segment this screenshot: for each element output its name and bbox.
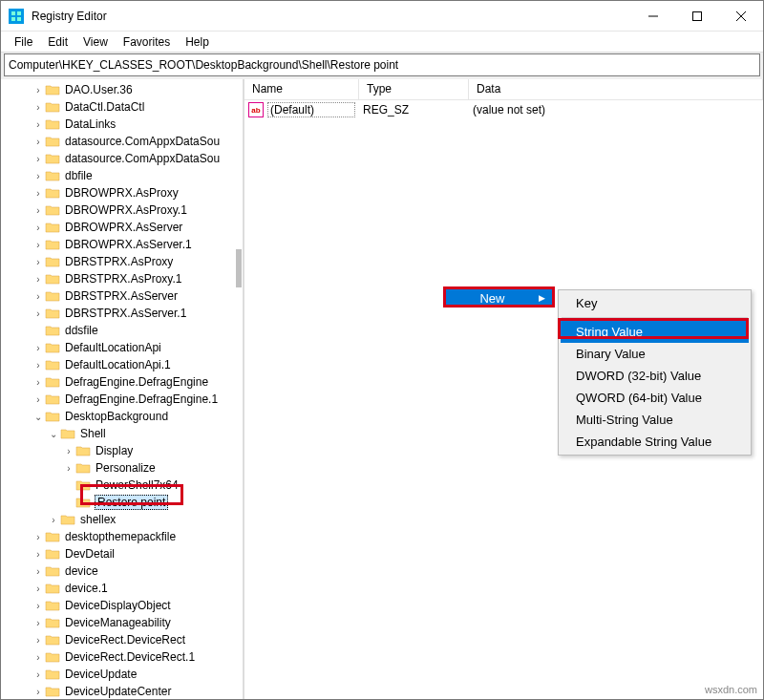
expand-icon[interactable]: › [32,119,45,130]
tree-item[interactable]: ›DevDetail [1,545,243,562]
menu-edit[interactable]: Edit [40,33,75,51]
tree-item[interactable]: ⌄DesktopBackground [1,408,243,425]
folder-icon [45,668,60,681]
col-type[interactable]: Type [359,79,469,99]
col-name[interactable]: Name [244,79,359,99]
menu-view[interactable]: View [75,33,116,51]
address-text: Computer\HKEY_CLASSES_ROOT\DesktopBackgr… [9,58,398,72]
expand-icon[interactable]: › [32,566,45,577]
tree-item[interactable]: ›DBRSTPRX.AsServer [1,287,243,305]
expand-icon[interactable]: › [32,137,45,147]
expand-icon[interactable]: › [47,515,60,525]
expand-icon[interactable]: › [32,274,45,285]
tree-item-label: DBRSTPRX.AsProxy [64,255,174,268]
tree-item[interactable]: ›DataLinks [1,116,243,133]
expand-icon[interactable]: › [32,240,45,250]
tree-item[interactable]: ›DefragEngine.DefragEngine.1 [1,391,243,408]
tree-item[interactable]: ›DBRSTPRX.AsServer.1 [1,305,243,322]
tree-item[interactable]: ›DeviceUpdateCenter [1,683,243,700]
col-data[interactable]: Data [469,79,763,99]
tree-item[interactable]: ›DBROWPRX.AsServer.1 [1,236,243,253]
tree-item[interactable]: ›device [1,562,243,580]
expand-icon[interactable]: › [32,257,45,267]
tree-item[interactable]: ›desktopthemepackfile [1,528,243,545]
tree-pane[interactable]: ›DAO.User.36›DataCtl.DataCtl›DataLinks›d… [1,79,244,700]
expand-icon[interactable]: › [32,360,45,371]
tree-item[interactable]: ›DBRSTPRX.AsProxy.1 [1,270,243,287]
svg-rect-4 [17,17,21,21]
tree-item[interactable]: ›DeviceDisplayObject [1,597,243,614]
tree-item[interactable]: ›datasource.ComAppxDataSou [1,150,243,167]
tree-item[interactable]: ›DefaultLocationApi [1,339,243,356]
tree-item-label: shellex [79,513,117,526]
expand-icon[interactable]: › [32,291,45,302]
folder-icon [45,238,60,251]
expand-icon[interactable]: › [32,223,45,233]
tree-item[interactable]: ›device.1 [1,580,243,597]
svg-rect-2 [17,11,21,15]
tree-item[interactable]: ›DefaultLocationApi.1 [1,356,243,373]
address-bar[interactable]: Computer\HKEY_CLASSES_ROOT\DesktopBackgr… [4,53,760,76]
tree-item[interactable]: ›DataCtl.DataCtl [1,98,243,116]
value-row[interactable]: ab (Default) REG_SZ (value not set) [244,100,763,119]
submenu-dword-value[interactable]: DWORD (32-bit) Value [561,365,749,387]
collapse-icon[interactable]: ⌄ [32,412,45,422]
submenu-multi-string-value[interactable]: Multi-String Value [561,409,749,431]
expand-icon[interactable]: › [62,463,75,474]
menu-file[interactable]: File [7,33,40,51]
expand-icon[interactable]: › [32,532,45,542]
expand-icon[interactable]: › [32,652,45,663]
expand-icon[interactable]: › [32,171,45,181]
expand-icon[interactable]: › [32,549,45,560]
expand-icon[interactable]: › [32,205,45,216]
expand-icon[interactable]: › [32,601,45,611]
minimize-button[interactable] [631,1,675,32]
expand-icon[interactable]: › [32,188,45,199]
expand-icon[interactable]: › [32,377,45,388]
tree-item[interactable]: ›DeviceManageability [1,614,243,631]
expand-icon[interactable]: › [32,618,45,628]
tree-item[interactable]: ›Display [1,442,243,459]
submenu-qword-value[interactable]: QWORD (64-bit) Value [561,387,749,409]
expand-icon[interactable]: › [32,635,45,646]
folder-icon [75,461,91,475]
menu-favorites[interactable]: Favorites [116,33,178,51]
tree-item[interactable]: ›DeviceRect.DeviceRect [1,631,243,648]
expand-icon[interactable]: › [32,343,45,353]
tree-item[interactable]: ›dbfile [1,167,243,184]
expand-icon[interactable]: › [32,85,45,95]
submenu-expandable-string-value[interactable]: Expandable String Value [561,431,749,453]
close-button[interactable] [719,1,763,32]
tree-item-label: DesktopBackground [64,410,169,423]
submenu-binary-value[interactable]: Binary Value [561,343,749,365]
folder-icon [75,444,91,457]
tree-item[interactable]: ›DBROWPRX.AsProxy.1 [1,202,243,219]
tree-item[interactable]: ·ddsfile [1,322,243,339]
tree-item-label: DeviceManageability [64,616,172,629]
tree-item[interactable]: ›DBRSTPRX.AsProxy [1,253,243,270]
tree-item[interactable]: ›DBROWPRX.AsServer [1,219,243,236]
expand-icon[interactable]: › [62,446,75,456]
expand-icon[interactable]: › [32,154,45,164]
expand-icon[interactable]: › [32,394,45,405]
tree-item[interactable]: ›DeviceRect.DeviceRect.1 [1,648,243,666]
tree-item[interactable]: ⌄Shell [1,425,243,442]
expand-icon[interactable]: › [32,669,45,680]
tree-item[interactable]: ›DBROWPRX.AsProxy [1,184,243,202]
tree-item[interactable]: ›shellex [1,511,243,528]
expand-icon[interactable]: › [32,102,45,113]
tree-item[interactable]: ›DefragEngine.DefragEngine [1,373,243,391]
tree-item[interactable]: ›Personalize [1,459,243,477]
expand-icon[interactable]: › [32,308,45,319]
expand-icon[interactable]: › [32,687,45,697]
tree-item[interactable]: ›DeviceUpdate [1,666,243,683]
tree-item[interactable]: ›datasource.ComAppxDataSou [1,133,243,150]
menu-help[interactable]: Help [178,33,217,51]
submenu-key[interactable]: Key [561,292,749,314]
collapse-icon[interactable]: ⌄ [47,429,60,439]
scrollbar-thumb[interactable] [236,249,242,287]
expand-icon[interactable]: › [32,583,45,594]
tree-item[interactable]: ›DAO.User.36 [1,81,243,98]
maximize-button[interactable] [675,1,719,32]
highlight-restore-point [80,484,183,505]
